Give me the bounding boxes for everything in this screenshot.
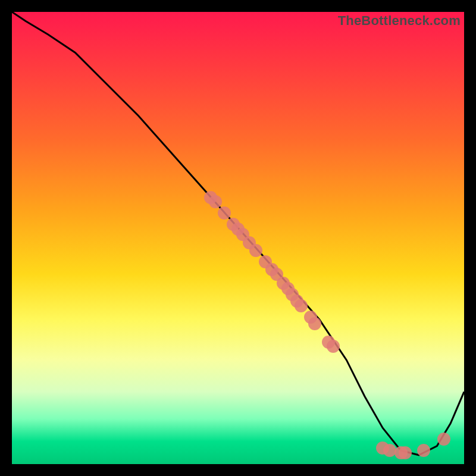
data-marker bbox=[249, 244, 262, 257]
data-marker bbox=[437, 433, 450, 446]
data-marker bbox=[383, 444, 396, 457]
data-marker bbox=[327, 340, 340, 353]
plot-area: TheBottleneck.com bbox=[12, 12, 464, 464]
data-marker bbox=[417, 444, 430, 457]
chart-frame: TheBottleneck.com bbox=[12, 12, 464, 464]
